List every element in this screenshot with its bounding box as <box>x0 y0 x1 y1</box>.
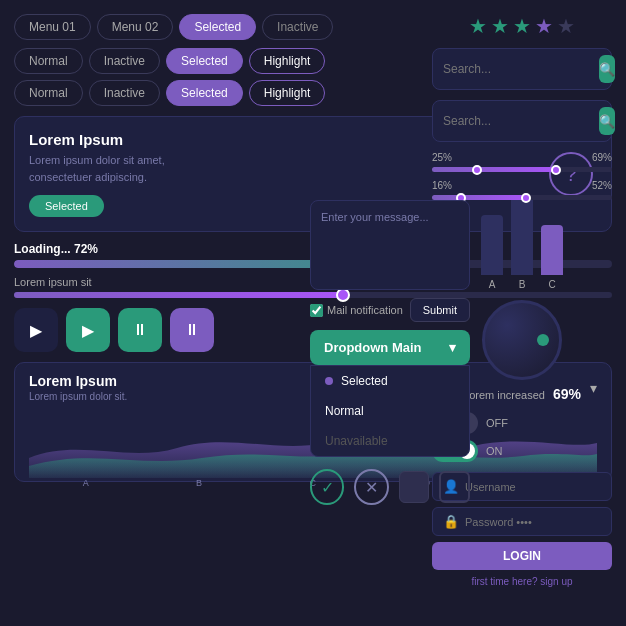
search-box-1: 🔍 <box>432 48 612 90</box>
play-button-dark[interactable]: ▶ <box>14 308 58 352</box>
slider-thumb-1b[interactable] <box>551 165 561 175</box>
star-1[interactable]: ★ <box>469 14 487 38</box>
square-icon-2[interactable] <box>439 471 470 503</box>
center-panel: Enter your message... Mail notification … <box>310 200 470 505</box>
bar-col-a: A <box>481 215 503 290</box>
cross-icon-button[interactable]: ✕ <box>354 469 388 505</box>
mail-notification: Mail notification <box>310 304 403 317</box>
dropdown-chevron-icon: ▾ <box>449 340 456 355</box>
search-box-2: 🔍 <box>432 100 612 142</box>
slider1-right-label: 69% <box>592 152 612 163</box>
bar-b <box>511 195 533 275</box>
slider-double-2: 16% 52% <box>432 180 612 200</box>
icon-row: ✓ ✕ <box>310 469 470 505</box>
username-input[interactable] <box>465 481 603 493</box>
star-3[interactable]: ★ <box>513 14 531 38</box>
btn-selected-1[interactable]: Selected <box>166 48 243 74</box>
dropdown-item-unavailable: Unavailable <box>311 426 469 456</box>
check-icon-button[interactable]: ✓ <box>310 469 344 505</box>
slider-track-1[interactable] <box>432 167 612 172</box>
knob-value: 69% <box>553 386 581 402</box>
chart-label-b: B <box>196 478 202 488</box>
search-input-2[interactable] <box>443 114 593 128</box>
search-icon-2[interactable]: 🔍 <box>599 107 615 135</box>
star-rating: ★ ★ ★ ★ ★ <box>432 14 612 38</box>
toggle-off-label: OFF <box>486 417 508 429</box>
knob-label: Lorem increased <box>463 389 545 401</box>
mail-label: Mail notification <box>327 304 403 316</box>
signup-link[interactable]: sign up <box>540 576 572 587</box>
btn-highlight-1[interactable]: Highlight <box>249 48 326 74</box>
lock-icon: 🔒 <box>443 514 459 529</box>
star-2[interactable]: ★ <box>491 14 509 38</box>
tab-inactive[interactable]: Inactive <box>262 14 333 40</box>
btn-inactive-2[interactable]: Inactive <box>89 80 160 106</box>
bar-c <box>541 225 563 275</box>
chart-subtitle: Lorem ipsum dolor sit. <box>29 391 127 402</box>
slider-labels-1: 25% 69% <box>432 152 612 163</box>
search-icon-1[interactable]: 🔍 <box>599 55 615 83</box>
pause-button-teal[interactable]: ⏸ <box>118 308 162 352</box>
btn-selected-2[interactable]: Selected <box>166 80 243 106</box>
dropdown-body: Selected Normal Unavailable <box>310 365 470 457</box>
dropdown-item-normal[interactable]: Normal <box>311 396 469 426</box>
dropdown-item-label-2: Unavailable <box>325 434 388 448</box>
dropdown-container: Dropdown Main ▾ Selected Normal Unavaila… <box>310 330 470 457</box>
play-button-teal[interactable]: ▶ <box>66 308 110 352</box>
bar-label-c: C <box>548 279 555 290</box>
dropdown-main[interactable]: Dropdown Main ▾ <box>310 330 470 365</box>
login-bottom: first time here? sign up <box>432 576 612 587</box>
bar-col-c: C <box>541 225 563 290</box>
toggle-on-label: ON <box>486 445 503 457</box>
message-box[interactable]: Enter your message... <box>310 200 470 290</box>
pause-button-purple[interactable]: ⏸ <box>170 308 214 352</box>
tab-menu02[interactable]: Menu 02 <box>97 14 174 40</box>
message-placeholder: Enter your message... <box>321 211 429 223</box>
btn-normal-2[interactable]: Normal <box>14 80 83 106</box>
tab-menu01[interactable]: Menu 01 <box>14 14 91 40</box>
slider-labels-2: 16% 52% <box>432 180 612 191</box>
slider1-left-label: 25% <box>432 152 452 163</box>
dropdown-item-selected[interactable]: Selected <box>311 366 469 396</box>
knob[interactable] <box>482 300 562 380</box>
slider2-right-label: 52% <box>592 180 612 191</box>
card-body: Lorem ipsum dolor sit amet, consectetuer… <box>29 152 179 185</box>
star-5[interactable]: ★ <box>557 14 575 38</box>
btn-highlight-2[interactable]: Highlight <box>249 80 326 106</box>
card-button[interactable]: Selected <box>29 195 104 217</box>
dropdown-item-label-1: Normal <box>325 404 364 418</box>
selected-dot <box>325 377 333 385</box>
slider-fill <box>14 292 343 298</box>
submit-button[interactable]: Submit <box>410 298 470 322</box>
slider-double-1: 25% 69% <box>432 152 612 172</box>
slider2-left-label: 16% <box>432 180 452 191</box>
star-4[interactable]: ★ <box>535 14 553 38</box>
square-icon-1[interactable] <box>399 471 430 503</box>
password-input[interactable] <box>465 516 603 528</box>
login-button[interactable]: LOGIN <box>432 542 612 570</box>
bar-a <box>481 215 503 275</box>
btn-inactive-1[interactable]: Inactive <box>89 48 160 74</box>
tab-selected[interactable]: Selected <box>179 14 256 40</box>
slider-thumb-2b[interactable] <box>521 193 531 203</box>
password-field: 🔒 <box>432 507 612 536</box>
bar-col-b: B <box>511 195 533 290</box>
search-input-1[interactable] <box>443 62 593 76</box>
mail-checkbox[interactable] <box>310 304 323 317</box>
chart-label-a: A <box>83 478 89 488</box>
mail-row: Mail notification Submit <box>310 298 470 322</box>
dropdown-label: Dropdown Main <box>324 340 422 355</box>
btn-normal-1[interactable]: Normal <box>14 48 83 74</box>
bar-label-a: A <box>489 279 496 290</box>
bar-label-b: B <box>519 279 526 290</box>
slider-thumb-1a[interactable] <box>472 165 482 175</box>
slider-group: 25% 69% 16% 52% <box>432 152 612 200</box>
dropdown-item-label-0: Selected <box>341 374 388 388</box>
chart-title: Lorem Ipsum <box>29 373 127 389</box>
knob-dot <box>537 334 549 346</box>
